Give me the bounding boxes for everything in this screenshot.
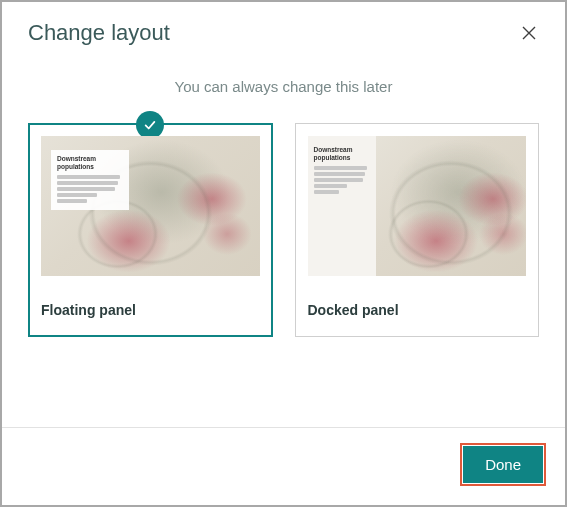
dialog-title: Change layout: [28, 20, 170, 46]
option-floating-panel[interactable]: Downstream populations Floating panel: [28, 123, 273, 337]
dialog-footer: Done: [2, 428, 565, 505]
layout-options: Downstream populations Floating panel Do…: [2, 123, 565, 337]
thumb-info-panel: Downstream populations: [308, 136, 376, 276]
option-thumbnail: Downstream populations: [308, 136, 527, 276]
close-icon[interactable]: [519, 23, 539, 43]
option-thumbnail: Downstream populations: [41, 136, 260, 276]
dialog-header: Change layout: [2, 2, 565, 54]
thumb-info-panel: Downstream populations: [51, 150, 129, 210]
option-label: Floating panel: [41, 302, 260, 318]
check-icon: [136, 111, 164, 139]
change-layout-dialog: Change layout You can always change this…: [0, 0, 567, 507]
option-docked-panel[interactable]: Downstream populations Docked panel: [295, 123, 540, 337]
done-button[interactable]: Done: [463, 446, 543, 483]
option-label: Docked panel: [308, 302, 527, 318]
dialog-subtitle: You can always change this later: [2, 78, 565, 95]
